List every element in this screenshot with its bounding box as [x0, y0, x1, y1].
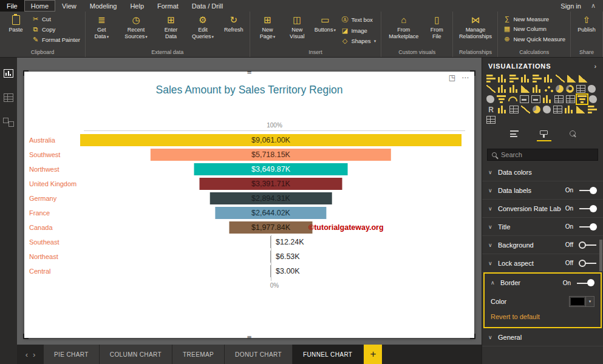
- scatter-visual-icon[interactable]: [544, 85, 553, 93]
- table-visual-icon[interactable]: [576, 85, 585, 93]
- area-visual-icon[interactable]: [567, 75, 576, 83]
- visual-drag-handle-top[interactable]: ≡: [247, 69, 252, 75]
- report-view-button[interactable]: [1, 67, 16, 79]
- format-section-lock-aspect[interactable]: ∨Lock aspectOff: [482, 254, 603, 272]
- page-tab-pie-chart[interactable]: PIE CHART: [44, 345, 99, 364]
- cut-button[interactable]: ✂Cut: [30, 15, 82, 24]
- expand-panel-icon[interactable]: ›: [594, 62, 597, 70]
- hbars-visual-icon[interactable]: [486, 75, 496, 83]
- line-visual-icon[interactable]: [486, 85, 496, 93]
- ribbon-tab-data-drill[interactable]: Data / Drill: [185, 0, 230, 12]
- revert-to-default-link[interactable]: Revert to default: [491, 310, 594, 325]
- border-toggle[interactable]: [576, 279, 594, 287]
- selection-handle-top-right[interactable]: [470, 70, 475, 76]
- line-visual-icon[interactable]: [521, 106, 530, 113]
- funnel-bar[interactable]: $2,894.31K: [210, 192, 332, 204]
- ribbon-tab-view[interactable]: View: [55, 0, 83, 12]
- funnel-visual-icon[interactable]: [497, 95, 506, 103]
- focus-mode-icon[interactable]: ◳: [449, 73, 455, 82]
- format-section-data-colors[interactable]: ∨Data colors: [482, 163, 603, 181]
- line-visual-icon[interactable]: [556, 75, 565, 83]
- format-section-border[interactable]: ∧BorderOn: [485, 274, 601, 292]
- new-visual-button[interactable]: ◫New Visual: [283, 12, 311, 40]
- recent-sources-button[interactable]: ◷Recent Sources▾: [116, 12, 156, 40]
- from-marketplace-button[interactable]: ⌂From Marketplace: [384, 12, 423, 40]
- hbars-visual-icon[interactable]: [533, 75, 542, 83]
- paste-button[interactable]: Paste: [3, 12, 29, 33]
- analytics-pane-tab[interactable]: [570, 130, 576, 141]
- selection-handle-top-left[interactable]: [23, 70, 29, 76]
- page-tab-column-chart[interactable]: COLUMN CHART: [100, 345, 172, 364]
- edit-queries-button[interactable]: ⚙Edit Queries▾: [186, 12, 219, 40]
- search-input[interactable]: [501, 151, 593, 158]
- color-picker-dropdown[interactable]: ▾: [569, 296, 594, 307]
- format-section-conversion-rate-label[interactable]: ∨Conversion Rate LabelOn: [482, 200, 603, 218]
- new-quick-measure-button[interactable]: ⊕New Quick Measure: [501, 35, 567, 44]
- format-section-data-labels[interactable]: ∨Data labelsOn: [482, 181, 603, 200]
- add-page-button[interactable]: +: [364, 345, 382, 364]
- page-tab-donut-chart[interactable]: DONUT CHART: [225, 345, 292, 364]
- donut-visual-icon[interactable]: [566, 85, 574, 93]
- get-data-button[interactable]: ≣Get Data▾: [89, 12, 115, 40]
- table-visual-icon[interactable]: [566, 95, 575, 103]
- lock-aspect-toggle[interactable]: [579, 259, 597, 267]
- pie-visual-icon[interactable]: [556, 85, 564, 93]
- next-page-icon[interactable]: ›: [33, 350, 35, 359]
- bars-visual-icon[interactable]: [533, 85, 542, 93]
- background-toggle[interactable]: [579, 241, 597, 249]
- selection-handle-bottom-right[interactable]: [470, 334, 475, 339]
- bars-visual-icon[interactable]: [509, 85, 519, 93]
- format-section-general[interactable]: ∨General: [482, 328, 603, 346]
- ribbon-tab-home[interactable]: Home: [24, 0, 55, 12]
- map-visual-icon[interactable]: [588, 85, 596, 93]
- bars-visual-icon[interactable]: [543, 95, 552, 103]
- ribbon-tab-help[interactable]: Help: [123, 0, 151, 12]
- publish-button[interactable]: ⇧Publish: [574, 12, 599, 33]
- gauge-visual-icon[interactable]: [508, 96, 517, 101]
- map-visual-icon[interactable]: [589, 95, 597, 103]
- funnel-bar[interactable]: $3,649.87K: [194, 163, 348, 175]
- area-visual-icon[interactable]: [576, 106, 585, 113]
- fields-pane-tab[interactable]: [510, 130, 519, 141]
- table-visual-icon[interactable]: [554, 95, 564, 103]
- format-section-title[interactable]: ∨TitleOn: [482, 218, 603, 236]
- page-tab-treemap[interactable]: TREEMAP: [172, 345, 224, 364]
- ribbon-tab-format[interactable]: Format: [151, 0, 185, 12]
- table-visual-icon[interactable]: [509, 106, 519, 113]
- shapes-button[interactable]: ◇Shapes▾: [339, 36, 378, 46]
- data-labels-toggle[interactable]: [579, 186, 597, 194]
- new-measure-button[interactable]: ∑New Measure: [501, 15, 567, 23]
- bars-visual-icon[interactable]: [521, 75, 530, 83]
- new-page-button[interactable]: ⊞New Page▾: [253, 12, 282, 40]
- ribbon-tab-modeling[interactable]: Modeling: [83, 0, 124, 12]
- funnel-bar[interactable]: $9,061.00K: [80, 134, 462, 146]
- conversion-rate-label-toggle[interactable]: [579, 204, 597, 212]
- refresh-button[interactable]: ↻Refresh: [221, 12, 247, 33]
- new-column-button[interactable]: ▦New Column: [501, 24, 567, 33]
- map-visual-icon[interactable]: [486, 95, 494, 103]
- panel-scrollbar[interactable]: [599, 240, 602, 271]
- title-toggle[interactable]: [579, 223, 597, 231]
- funnel-bar[interactable]: $5,718.15K: [151, 149, 391, 161]
- sign-in-button[interactable]: Sign in: [560, 2, 581, 10]
- map-visual-icon[interactable]: [543, 106, 551, 113]
- visual-drag-handle-bottom[interactable]: ≡: [247, 335, 252, 341]
- copy-button[interactable]: ⧉Copy: [30, 25, 82, 34]
- page-tab-funnel-chart[interactable]: FUNNEL CHART: [293, 345, 363, 364]
- bars-visual-icon[interactable]: [498, 75, 507, 83]
- funnel-visual-container[interactable]: ≡ ≡ ◳ ⋯ Sales Amount by Sales Territory …: [24, 72, 474, 338]
- selection-handle-bottom-left[interactable]: [23, 334, 29, 339]
- bars-visual-icon[interactable]: [498, 85, 507, 93]
- format-pane-tab[interactable]: [537, 130, 551, 141]
- data-view-button[interactable]: [1, 92, 16, 104]
- funnel-visual-icon[interactable]: [577, 95, 587, 103]
- ribbon-tab-file[interactable]: File: [0, 0, 24, 12]
- format-painter-button[interactable]: ✎Format Painter: [30, 35, 82, 44]
- pie-visual-icon[interactable]: [533, 106, 540, 113]
- funnel-bar[interactable]: $1,977.84K: [229, 221, 312, 234]
- table-visual-icon[interactable]: [486, 116, 496, 124]
- hbars-visual-icon[interactable]: [588, 106, 597, 113]
- manage-relationships-button[interactable]: ⋈Manage Relationships: [456, 12, 494, 40]
- buttons-button[interactable]: ▭Buttons▾: [312, 12, 338, 33]
- funnel-bar[interactable]: $3,391.71K: [199, 178, 342, 190]
